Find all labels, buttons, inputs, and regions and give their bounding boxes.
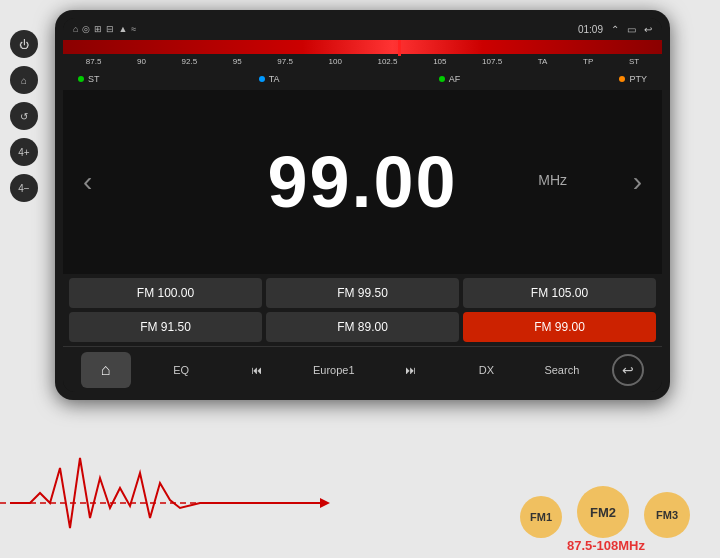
- grid2-icon: ⊟: [106, 24, 114, 34]
- freq-tick-95: 95: [233, 57, 242, 66]
- ta-label: TA: [538, 57, 548, 66]
- screen: ⌂ ◎ ⊞ ⊟ ▲ ≈ 01:09 ⌃ ▭ ↩ 87.5 90 92.5 9: [63, 18, 662, 392]
- device-shell: ⌂ ◎ ⊞ ⊟ ▲ ≈ 01:09 ⌃ ▭ ↩ 87.5 90 92.5 9: [55, 10, 670, 400]
- preset-3[interactable]: FM 105.00: [463, 278, 656, 308]
- waveform-section: [0, 438, 420, 538]
- next-freq-button[interactable]: ›: [633, 166, 642, 198]
- fm3-button[interactable]: FM3: [644, 492, 690, 538]
- freq-tick-87: 87.5: [86, 57, 102, 66]
- fm-labels: FM1 FM2 FM3: [520, 486, 690, 538]
- status-left-icons: ⌂ ◎ ⊞ ⊟ ▲ ≈: [73, 24, 136, 34]
- preset-5[interactable]: FM 89.00: [266, 312, 459, 342]
- back-icon: ↩: [644, 24, 652, 35]
- st-indicator: ST: [78, 74, 100, 84]
- power-button[interactable]: ⏻: [10, 30, 38, 58]
- ta-text: TA: [269, 74, 280, 84]
- pty-indicator: PTY: [619, 74, 647, 84]
- freq-needle: [398, 40, 401, 56]
- main-frequency: 99.00: [267, 146, 457, 218]
- preset-6[interactable]: FM 99.00: [463, 312, 656, 342]
- fm1-circle: FM1: [520, 496, 562, 538]
- freq-unit: MHz: [538, 172, 567, 188]
- search-button[interactable]: Search: [537, 352, 587, 388]
- prev-freq-button[interactable]: ‹: [83, 166, 92, 198]
- freq-tick-92: 92.5: [182, 57, 198, 66]
- grid-icon: ⊞: [94, 24, 102, 34]
- prev-button[interactable]: ⏮: [232, 352, 282, 388]
- home-button[interactable]: ⌂: [81, 352, 131, 388]
- wifi-icon: ≈: [131, 24, 136, 34]
- frequency-display: ‹ 99.00 MHz ›: [63, 90, 662, 274]
- dx-button[interactable]: DX: [461, 352, 511, 388]
- preset-2[interactable]: FM 99.50: [266, 278, 459, 308]
- location-icon: ◎: [82, 24, 90, 34]
- eq-button[interactable]: EQ: [156, 352, 206, 388]
- freq-tick-90: 90: [137, 57, 146, 66]
- st-dot: [78, 76, 84, 82]
- frequency-bar: 87.5 90 92.5 95 97.5 100 102.5 105 107.5…: [63, 40, 662, 68]
- region-button[interactable]: Europe1: [307, 352, 361, 388]
- af-dot: [439, 76, 445, 82]
- status-bar: ⌂ ◎ ⊞ ⊟ ▲ ≈ 01:09 ⌃ ▭ ↩: [63, 18, 662, 40]
- clock: 01:09: [578, 24, 603, 35]
- st-text: ST: [88, 74, 100, 84]
- home-status-icon: ⌂: [73, 24, 78, 34]
- status-right: 01:09 ⌃ ▭ ↩: [578, 24, 652, 35]
- fm2-circle: FM2: [577, 486, 629, 538]
- pty-dot: [619, 76, 625, 82]
- freq-tick-105: 105: [433, 57, 446, 66]
- fm2-button[interactable]: FM2: [577, 486, 629, 538]
- af-text: AF: [449, 74, 461, 84]
- freq-scale: 87.5 90 92.5 95 97.5 100 102.5 105 107.5…: [63, 54, 662, 68]
- pty-text: PTY: [629, 74, 647, 84]
- svg-marker-1: [320, 498, 330, 508]
- ta-indicator: TA: [259, 74, 280, 84]
- freq-tick-97: 97.5: [277, 57, 293, 66]
- signal-icon: ▲: [118, 24, 127, 34]
- radio-info-row: ST TA AF PTY: [63, 68, 662, 90]
- freq-tick-107: 107.5: [482, 57, 502, 66]
- st-label: ST: [629, 57, 639, 66]
- waveform-svg: [0, 438, 420, 538]
- preset-1[interactable]: FM 100.00: [69, 278, 262, 308]
- window-icon: ▭: [627, 24, 636, 35]
- preset-4[interactable]: FM 91.50: [69, 312, 262, 342]
- tp-label: TP: [583, 57, 593, 66]
- fm3-circle: FM3: [644, 492, 690, 538]
- back-button[interactable]: ↩: [612, 354, 644, 386]
- vol-down-button[interactable]: 4−: [10, 174, 38, 202]
- home-side-button[interactable]: ⌂: [10, 66, 38, 94]
- fm-freq-range: 87.5-108MHz: [567, 538, 645, 553]
- side-buttons: ⏻ ⌂ ↺ 4+ 4−: [10, 30, 38, 202]
- chevron-up-icon: ⌃: [611, 24, 619, 35]
- fm1-button[interactable]: FM1: [520, 496, 562, 538]
- af-indicator: AF: [439, 74, 461, 84]
- presets-grid: FM 100.00 FM 99.50 FM 105.00 FM 91.50 FM…: [63, 274, 662, 346]
- freq-tick-100: 100: [328, 57, 341, 66]
- toolbar: ⌂ EQ ⏮ Europe1 ⏭ DX Search ↩: [63, 346, 662, 392]
- back-side-button[interactable]: ↺: [10, 102, 38, 130]
- freq-tick-102: 102.5: [377, 57, 397, 66]
- next-button[interactable]: ⏭: [386, 352, 436, 388]
- vol-up-button[interactable]: 4+: [10, 138, 38, 166]
- ta-dot: [259, 76, 265, 82]
